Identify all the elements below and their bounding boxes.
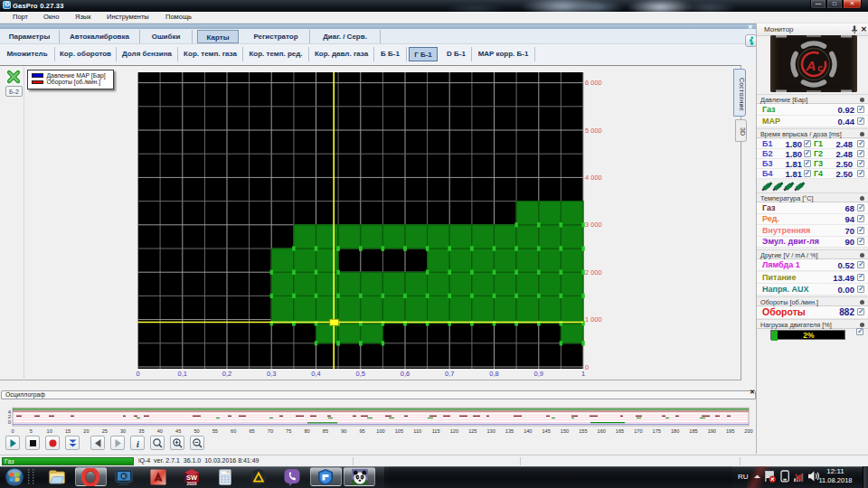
svg-text:175: 175 xyxy=(653,428,661,434)
svg-text:K: K xyxy=(122,474,126,479)
svg-text:90: 90 xyxy=(341,428,346,434)
svg-text:165: 165 xyxy=(616,428,624,434)
svg-text:180: 180 xyxy=(671,428,679,434)
svg-text:85: 85 xyxy=(323,428,328,434)
svg-text:0: 0 xyxy=(585,363,589,371)
svg-text:0: 0 xyxy=(8,419,12,425)
svg-text:0: 0 xyxy=(11,428,14,434)
svg-text:160: 160 xyxy=(598,428,606,434)
svg-text:70: 70 xyxy=(268,428,273,434)
svg-text:120: 120 xyxy=(450,428,458,434)
svg-text:0: 0 xyxy=(136,370,139,378)
svg-text:95: 95 xyxy=(359,428,364,434)
svg-text:110: 110 xyxy=(413,428,421,434)
svg-text:190: 190 xyxy=(708,428,716,434)
svg-text:35: 35 xyxy=(138,428,144,434)
svg-text:140: 140 xyxy=(524,428,532,434)
svg-text:25: 25 xyxy=(102,428,108,434)
svg-text:A: A xyxy=(805,58,816,73)
svg-text:0,7: 0,7 xyxy=(445,370,454,378)
svg-text:145: 145 xyxy=(542,428,550,434)
svg-text:195: 195 xyxy=(726,428,734,434)
svg-text:75: 75 xyxy=(286,428,291,434)
svg-text:115: 115 xyxy=(432,428,440,434)
svg-text:0,8: 0,8 xyxy=(489,370,498,378)
svg-text:30: 30 xyxy=(120,428,126,434)
svg-text:130: 130 xyxy=(486,428,495,434)
svg-text:4 000: 4 000 xyxy=(585,174,602,182)
svg-text:150: 150 xyxy=(561,428,569,434)
svg-text:5: 5 xyxy=(30,428,33,434)
svg-text:65: 65 xyxy=(249,428,254,434)
svg-text:6 000: 6 000 xyxy=(585,79,602,87)
svg-text:40: 40 xyxy=(157,428,163,434)
svg-text:100: 100 xyxy=(376,428,384,434)
svg-text:170: 170 xyxy=(634,428,642,434)
svg-text:185: 185 xyxy=(689,428,697,434)
svg-text:45: 45 xyxy=(175,428,181,434)
svg-text:1 000: 1 000 xyxy=(585,315,602,324)
svg-text:0,2: 0,2 xyxy=(222,370,231,378)
svg-text:50: 50 xyxy=(193,428,199,434)
svg-text:0,1: 0,1 xyxy=(178,370,187,378)
svg-text:0,4: 0,4 xyxy=(311,370,320,378)
svg-text:3 000: 3 000 xyxy=(585,221,602,229)
svg-text:2 000: 2 000 xyxy=(585,268,602,277)
svg-text:0,6: 0,6 xyxy=(401,370,410,378)
svg-text:2016: 2016 xyxy=(186,481,196,486)
svg-text:15: 15 xyxy=(65,428,71,434)
svg-text:60: 60 xyxy=(231,428,236,434)
svg-text:200: 200 xyxy=(744,428,752,434)
svg-text:80: 80 xyxy=(304,428,309,434)
svg-text:125: 125 xyxy=(468,428,476,434)
svg-text:c: c xyxy=(817,63,823,73)
svg-text:55: 55 xyxy=(212,428,218,434)
svg-text:10: 10 xyxy=(47,428,52,434)
svg-text:105: 105 xyxy=(395,428,403,434)
svg-text:20: 20 xyxy=(83,428,89,434)
svg-text:155: 155 xyxy=(579,428,587,434)
svg-text:0,3: 0,3 xyxy=(267,370,276,378)
svg-text:0,5: 0,5 xyxy=(356,370,365,378)
svg-text:5 000: 5 000 xyxy=(585,127,602,135)
svg-text:0,9: 0,9 xyxy=(534,370,543,378)
svg-text:135: 135 xyxy=(505,428,514,434)
